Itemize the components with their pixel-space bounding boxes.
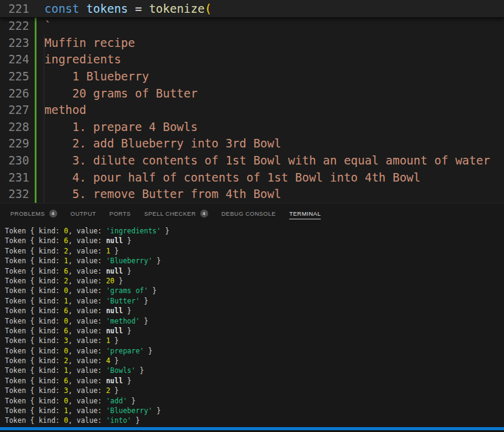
line-number[interactable]: 232 [0,186,29,203]
terminal-token-line: Token { kind: 0, value: 'ingredients' } [5,226,504,236]
string-line-text[interactable]: 1. prepare 4 Bowls [44,119,198,136]
line-number[interactable]: 222 [0,18,29,35]
token-value: 'method' [106,317,139,325]
terminal-token-line: Token { kind: 0, value: 'into' } [5,416,504,425]
panel-tab-label: TERMINAL [289,210,321,217]
panel-tab-label: DEBUG CONSOLE [222,210,276,217]
terminal-token-line: Token { kind: 1, value: 'Bowls' } [5,366,504,375]
terminal-token-line: Token { kind: 2, value: 20 } [5,276,504,286]
token-kind-value: 6 [64,306,68,315]
string-line-text[interactable]: ` [44,18,51,35]
code-token-variable: tokens [86,2,128,15]
editor-line[interactable]: 230 3. dilute contents of 1st Bowl with … [0,152,504,169]
terminal-token-line: Token { kind: 6, value: null } [5,326,504,336]
status-bar [0,427,504,432]
line-number[interactable]: 228 [0,119,29,136]
terminal-output[interactable]: Token { kind: 0, value: 'ingredients' }T… [0,223,504,427]
panel-tab-ports[interactable]: PORTS [110,204,131,223]
editor-line[interactable]: 228 1. prepare 4 Bowls [0,119,504,136]
token-value: 20 [106,277,114,285]
terminal-token-line: Token { kind: 6, value: null } [5,266,504,276]
token-value: null [106,377,123,385]
editor-pane: 221 const tokens = tokenize( 222`223Muff… [0,0,504,203]
editor-line[interactable]: 226 20 grams of Butter [0,85,504,102]
git-added-gutter [35,119,37,136]
string-line-text[interactable]: 2. add Blueberry into 3rd Bowl [44,135,281,152]
token-kind-value: 1 [64,297,68,305]
line-number[interactable]: 224 [0,51,29,68]
token-value: 'Bowls' [106,366,135,375]
token-value: 'Blueberry' [106,406,152,415]
token-kind-value: 6 [64,267,68,275]
token-kind-value: 0 [64,286,68,295]
editor-lines: 222`223Muffin recipe224ingredients225 1 … [0,18,504,203]
editor-line[interactable]: 231 4. pour half of contents of 1st Bowl… [0,169,504,186]
string-line-text[interactable]: 4. pour half of contents of 1st Bowl int… [44,169,421,186]
token-value: 'add' [106,397,127,405]
panel-tab-spell-checker[interactable]: SPELL CHECKER4 [144,204,208,223]
string-line-text[interactable]: 3. dilute contents of 1st Bowl with an e… [44,152,490,169]
token-value: 'ingredients' [106,227,161,235]
token-kind-value: 3 [64,336,68,345]
sticky-line-number: 221 [0,0,29,17]
string-line-text[interactable]: 5. remove Butter from 4th Bowl [44,186,281,203]
terminal-token-line: Token { kind: 3, value: 1 } [5,336,504,345]
string-line-text[interactable]: ingredients [44,51,121,68]
editor-line[interactable]: 227method [0,102,504,119]
panel-tab-debug-console[interactable]: DEBUG CONSOLE [222,204,276,223]
token-value: null [106,267,123,275]
editor-line[interactable]: 223Muffin recipe [0,35,504,52]
token-kind-value: 1 [64,406,68,415]
token-kind-value: 0 [64,227,68,235]
string-line-text[interactable]: method [44,102,86,119]
token-kind-value: 2 [64,247,68,255]
panel-tab-problems[interactable]: PROBLEMS4 [10,204,57,223]
panel-tab-label: PORTS [110,210,131,217]
line-number[interactable]: 230 [0,152,29,169]
editor-line[interactable]: 232 5. remove Butter from 4th Bowl [0,186,504,203]
line-number[interactable]: 223 [0,35,29,52]
code-token-operator: = [135,2,142,15]
terminal-token-line: Token { kind: 3, value: 2 } [5,386,504,395]
token-kind-value: 6 [64,377,68,385]
line-number[interactable]: 229 [0,135,29,152]
line-number[interactable]: 231 [0,169,29,186]
status-bar-accent [0,427,504,430]
editor-line[interactable]: 222` [0,18,504,35]
panel-tab-label: OUTPUT [71,210,96,217]
panel-tab-label: SPELL CHECKER [144,210,196,217]
panel-tab-output[interactable]: OUTPUT [71,204,96,223]
git-added-gutter [35,18,37,35]
panel-tab-terminal[interactable]: TERMINAL [289,204,321,223]
terminal-token-line: Token { kind: 6, value: null } [5,236,504,246]
token-kind-value: 6 [64,236,68,245]
terminal-token-line: Token { kind: 6, value: null } [5,306,504,316]
token-kind-value: 2 [64,356,68,365]
line-number[interactable]: 227 [0,102,29,119]
token-value: 'grams of' [106,286,148,295]
terminal-token-line: Token { kind: 1, value: 'Butter' } [5,296,504,306]
token-value: 'prepare' [106,347,144,355]
terminal-token-line: Token { kind: 0, value: 'grams of' } [5,286,504,296]
panel-tab-label: PROBLEMS [10,210,45,217]
line-number[interactable]: 226 [0,85,29,102]
line-number[interactable]: 225 [0,68,29,85]
terminal-token-line: Token { kind: 1, value: 'Blueberry' } [5,256,504,266]
bottom-panel: PROBLEMS4OUTPUTPORTSSPELL CHECKER4DEBUG … [0,203,504,427]
git-added-gutter [35,135,37,152]
token-value: 'Butter' [106,297,139,305]
sticky-code: const tokens = tokenize( [44,0,212,17]
git-added-gutter [35,35,37,52]
sticky-scroll-line[interactable]: 221 const tokens = tokenize( [0,0,504,18]
token-kind-value: 3 [64,386,68,395]
terminal-token-line: Token { kind: 2, value: 4 } [5,356,504,366]
token-kind-value: 6 [64,327,68,335]
string-line-text[interactable]: 1 Blueberry [44,68,149,85]
string-line-text[interactable]: Muffin recipe [44,35,135,52]
string-line-text[interactable]: 20 grams of Butter [44,85,198,102]
editor-line[interactable]: 225 1 Blueberry [0,68,504,85]
vscode-window: 221 const tokens = tokenize( 222`223Muff… [0,0,504,432]
editor-line[interactable]: 229 2. add Blueberry into 3rd Bowl [0,135,504,152]
token-value: 'Blueberry' [106,257,152,265]
editor-line[interactable]: 224ingredients [0,51,504,68]
